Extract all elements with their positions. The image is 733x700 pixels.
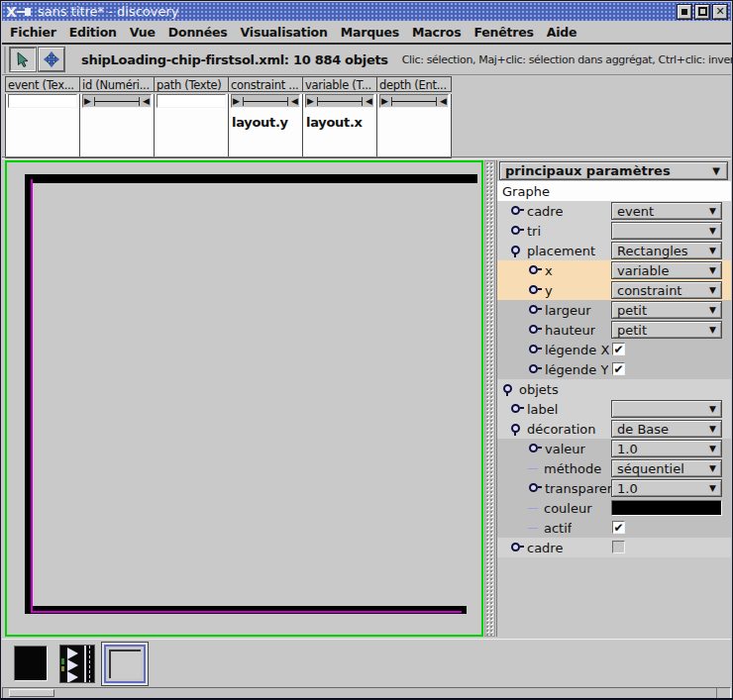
- menu-item-marques[interactable]: Marques: [341, 25, 399, 40]
- param-color-swatch[interactable]: [611, 500, 722, 516]
- column-range-slider[interactable]: ▶◀: [231, 94, 300, 108]
- mark-olive: [61, 666, 64, 671]
- param-dropdown-methode[interactable]: séquentiel▼: [611, 459, 722, 477]
- panel-header-dropdown[interactable]: principaux paramètres ▼: [499, 161, 728, 180]
- param-row-largeur-6: largeurpetit▼: [497, 300, 731, 320]
- param-row-objets-10: objets: [497, 379, 731, 399]
- slider-right-arrow-icon[interactable]: ◀: [290, 97, 299, 106]
- param-dropdown-valeur[interactable]: 1.0▼: [611, 440, 722, 457]
- param-row-y-5: yconstraint▼: [497, 280, 731, 300]
- param-dropdown-placement[interactable]: Rectangles▼: [611, 242, 722, 259]
- slider-left-arrow-icon[interactable]: ▶: [83, 97, 92, 106]
- scrollbar-thumb[interactable]: [9, 689, 54, 697]
- slider-right-arrow-icon[interactable]: ◀: [365, 97, 373, 106]
- cursor-arrow-icon: [15, 51, 31, 67]
- param-checkbox-legende-y[interactable]: ✔: [612, 362, 625, 375]
- column-header[interactable]: depth (Ent...: [376, 76, 452, 92]
- param-row-label-11: label▼: [497, 399, 731, 419]
- param-label: légende X: [545, 343, 609, 357]
- visualization-canvas[interactable]: [5, 160, 483, 637]
- menu-bar: FichierEditionVueDonnéesVisualisationMar…: [2, 21, 731, 43]
- dropdown-value: petit: [617, 323, 709, 338]
- param-checkbox-actif[interactable]: ✔: [612, 521, 625, 534]
- slider-left-arrow-icon[interactable]: ▶: [306, 97, 315, 106]
- param-row-actif-17: actif✔: [497, 518, 731, 538]
- slider-track: [243, 101, 288, 102]
- slider-right-arrow-icon[interactable]: ◀: [142, 97, 151, 106]
- minimize-icon: [681, 9, 687, 15]
- key-icon: [528, 343, 543, 356]
- chevron-down-icon: ▼: [709, 265, 721, 275]
- param-label: cadre: [527, 541, 563, 555]
- window-menu-icon[interactable]: X: [6, 5, 17, 19]
- menu-item-vue[interactable]: Vue: [130, 25, 156, 40]
- maximize-icon: [698, 7, 707, 16]
- column-header[interactable]: event (Tex...: [5, 76, 80, 92]
- param-dropdown-hauteur[interactable]: petit▼: [611, 321, 722, 339]
- key-icon: [510, 402, 525, 416]
- param-label: actif: [544, 521, 572, 536]
- param-dropdown-decoration[interactable]: de Base▼: [611, 420, 722, 438]
- column-header[interactable]: id (Numéri...: [79, 76, 155, 92]
- dropdown-value: Rectangles: [617, 244, 709, 258]
- maximize-button[interactable]: [695, 5, 709, 19]
- column-range-slider[interactable]: ▶◀: [305, 94, 374, 108]
- move-tool-button[interactable]: [39, 48, 64, 71]
- close-button[interactable]: ✕: [713, 5, 727, 19]
- window-flag-icon: [17, 6, 32, 18]
- branch-tick-icon: [528, 528, 538, 529]
- slider-left-arrow-icon[interactable]: ▶: [380, 97, 389, 106]
- param-dropdown-label[interactable]: ▼: [611, 400, 722, 418]
- menu-item-edition[interactable]: Edition: [69, 25, 117, 40]
- param-dropdown-cadre[interactable]: event▼: [611, 202, 722, 220]
- thumbnail-preview-current[interactable]: [101, 642, 149, 686]
- menu-item-donnees[interactable]: Données: [168, 25, 228, 40]
- mark-line: [84, 646, 86, 683]
- column-header[interactable]: path (Texte): [154, 76, 229, 92]
- column-body: [5, 94, 80, 158]
- chevron-down-icon: ▼: [709, 226, 721, 236]
- param-checkbox-cadre[interactable]: [612, 541, 625, 553]
- chevron-down-icon: ▼: [709, 285, 721, 295]
- title-bar[interactable]: X sans titre* - discovery ✕: [2, 2, 731, 21]
- select-tool-button[interactable]: [10, 48, 36, 71]
- param-dropdown-x[interactable]: variable▼: [611, 261, 722, 279]
- slider-right-arrow-icon[interactable]: ◀: [439, 97, 448, 106]
- column-filter-input[interactable]: [8, 94, 77, 108]
- menu-item-fichier[interactable]: Fichier: [10, 25, 56, 40]
- minimize-button[interactable]: [678, 5, 691, 19]
- param-label: Graphe: [502, 184, 550, 199]
- panel-splitter[interactable]: [484, 160, 495, 637]
- triangle-mark-icon: [67, 648, 78, 659]
- column-header[interactable]: constraint ...: [228, 76, 303, 92]
- column-range-slider[interactable]: ▶◀: [82, 94, 152, 108]
- menu-item-aide[interactable]: Aide: [547, 25, 577, 40]
- slider-left-arrow-icon[interactable]: ▶: [232, 97, 241, 106]
- menu-item-fenetres[interactable]: Fenêtres: [473, 25, 533, 40]
- thumbnail-preview-black[interactable]: [14, 646, 48, 681]
- dropdown-value: constraint: [617, 283, 709, 298]
- key-icon: [528, 263, 543, 277]
- menu-item-visualisation[interactable]: Visualisation: [241, 25, 328, 40]
- param-dropdown-y[interactable]: constraint▼: [611, 281, 722, 299]
- column-range-slider[interactable]: ▶◀: [379, 94, 449, 108]
- filter-column-2: path (Texte): [154, 76, 229, 156]
- thumbnail-preview-marks[interactable]: [59, 645, 95, 683]
- column-body: ▶◀layout.y: [228, 94, 303, 158]
- toolbar: shipLoading-chip-firstsol.xml: 10 884 ob…: [2, 45, 731, 75]
- column-header[interactable]: variable (T...: [302, 76, 377, 92]
- key-open-icon: [510, 422, 525, 436]
- column-body: ▶◀: [79, 94, 155, 158]
- param-dropdown-transparen[interactable]: 1.0▼: [611, 479, 722, 497]
- param-label: hauteur: [545, 323, 595, 338]
- param-label: largeur: [545, 303, 591, 318]
- toolbar-grip[interactable]: [4, 47, 6, 73]
- param-checkbox-legende-x[interactable]: ✔: [612, 343, 625, 355]
- triangle-mark-icon: [67, 671, 78, 683]
- column-filter-input[interactable]: [157, 94, 226, 108]
- menu-item-macros[interactable]: Macros: [412, 25, 461, 40]
- param-dropdown-largeur[interactable]: petit▼: [611, 301, 722, 319]
- dataset-label: shipLoading-chip-firstsol.xml: 10 884 ob…: [81, 52, 388, 67]
- param-dropdown-tri[interactable]: ▼: [611, 222, 722, 240]
- filter-columns: event (Tex...id (Numéri...▶◀path (Texte)…: [5, 76, 453, 156]
